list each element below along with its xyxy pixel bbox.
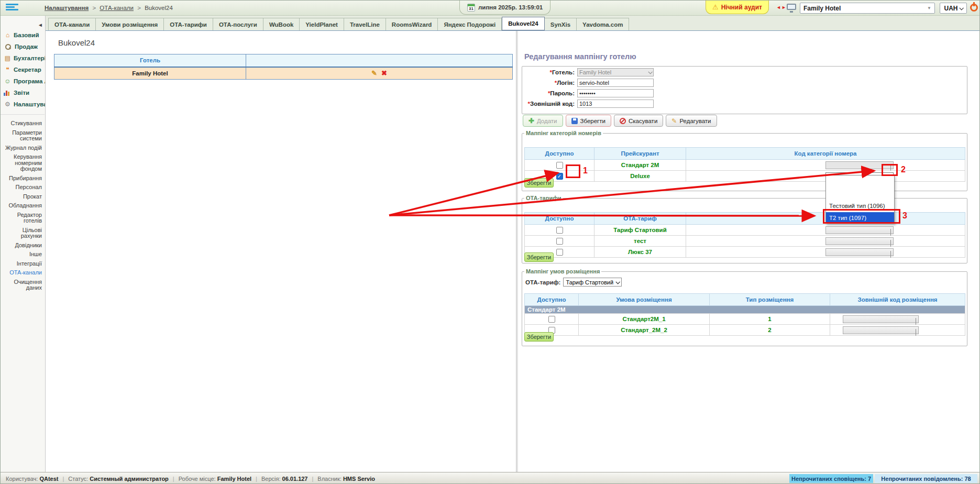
sidebar-item-accounting[interactable]: ▤ Бухгалтерія xyxy=(1,52,46,64)
collapse-sidebar-icon[interactable]: ◄ xyxy=(38,22,43,28)
sidebar-subitem-housekeeping[interactable]: Прибирання xyxy=(1,174,45,183)
sidebar-subitem-integrations[interactable]: Інтеграції xyxy=(1,259,45,269)
sidebar-subitem-data-cleanup[interactable]: Очищення даних xyxy=(1,278,45,293)
table-row[interactable]: Family Hotel ✎ ✖ xyxy=(54,67,513,80)
table-row: Тариф Стартовий xyxy=(525,225,965,236)
sidebar-subitem-ota-channels[interactable]: ОТА-канали xyxy=(1,268,45,278)
datetime-widget[interactable]: 31 липня 2025р. 13:59:01 xyxy=(459,1,550,15)
column-header-placement-type: Тип розміщення xyxy=(710,294,830,306)
sidebar-subitem-system-params[interactable]: Параметри системи xyxy=(1,128,45,144)
placement-code-select[interactable] xyxy=(843,315,919,323)
rate-code-select[interactable] xyxy=(825,226,894,234)
tab-yieldplanet[interactable]: YieldPlanet xyxy=(300,18,344,30)
tab-wubook[interactable]: WuBook xyxy=(263,18,300,30)
sidebar-subitem-rental[interactable]: Прокат xyxy=(1,192,45,202)
available-checkbox[interactable] xyxy=(548,316,555,323)
save-ota-rates-button[interactable]: Зберегти xyxy=(524,252,554,262)
available-checkbox[interactable] xyxy=(556,173,563,180)
sidebar-item-loyalty[interactable]: ☺ Програма ло xyxy=(1,75,46,87)
save-placement-button[interactable]: Зберегти xyxy=(524,332,554,342)
cancel-icon xyxy=(620,118,626,124)
available-checkbox[interactable] xyxy=(556,162,563,169)
hotel-selector[interactable]: Family Hotel ▼ xyxy=(800,3,935,14)
sidebar-subitem-docking[interactable]: Стикування xyxy=(1,119,45,128)
currency-selector[interactable]: UAH xyxy=(940,3,967,14)
datetime-text: липня 2025р. 13:59:01 xyxy=(478,4,543,10)
placement-type: 2 xyxy=(710,325,830,336)
unread-notifications-badge[interactable]: Непрочитаних сповіщень: 7 xyxy=(789,474,873,483)
chevron-down-icon xyxy=(916,318,916,325)
sidebar-subitem-target-accounts[interactable]: Цільові рахунки xyxy=(1,226,45,241)
breadcrumb-settings[interactable]: Налаштування xyxy=(45,5,89,11)
panel-toolbar: ✚Додати Зберегти Скасувати ✎Редагувати xyxy=(523,115,717,127)
tab-placement-terms[interactable]: Умови розміщення xyxy=(96,18,164,30)
rate-filter-select[interactable]: Тариф Стартовий xyxy=(563,278,622,287)
sidebar-subitem-hotel-editor[interactable]: Редактор готелів xyxy=(1,211,45,226)
save-button[interactable]: Зберегти xyxy=(566,115,611,127)
power-icon[interactable] xyxy=(970,4,978,12)
tab-bar: ОТА-канали Умови розміщення ОТА-тарифи О… xyxy=(46,16,979,30)
hotels-table-header: Готель xyxy=(54,54,246,67)
available-checkbox[interactable] xyxy=(556,249,563,256)
password-field[interactable]: •••••••• xyxy=(577,89,654,97)
unread-messages-badge[interactable]: Непрочитаних повідомлень: 78 xyxy=(875,474,977,483)
menu-icon[interactable] xyxy=(6,4,19,13)
night-audit-button[interactable]: ⚠ Нічний аудит xyxy=(706,1,769,14)
sidebar-subitem-equipment[interactable]: Обладнання xyxy=(1,201,45,211)
dropdown-option[interactable]: Тестовий тип (1096) xyxy=(826,200,894,212)
category-mapping-fieldset: Маппінг категорій номерів Доступно Прейс… xyxy=(522,130,967,191)
login-field[interactable]: servio-hotel xyxy=(577,79,654,87)
tab-travelline[interactable]: TravelLine xyxy=(344,18,386,30)
sidebar-subitem-directories[interactable]: Довідники xyxy=(1,241,45,250)
hotel-field-select[interactable]: Family Hotel xyxy=(577,68,654,76)
sidebar-item-secretary[interactable]: ❝ Секретар xyxy=(1,64,46,75)
sidebar-subitem-staff[interactable]: Персонал xyxy=(1,183,45,192)
placement-code-select[interactable] xyxy=(843,326,919,334)
tab-ota-channels[interactable]: ОТА-канали xyxy=(48,18,96,30)
sidebar-item-reports[interactable]: Звіти xyxy=(1,87,46,98)
sidebar-item-basic[interactable]: ⌂ Базовий xyxy=(1,29,46,41)
sidebar-subitem-event-log[interactable]: Журнал подій xyxy=(1,144,45,153)
hotel-name-cell[interactable]: Family Hotel xyxy=(54,67,246,80)
external-code-field[interactable]: 1013 xyxy=(577,100,654,108)
tab-synxis[interactable]: SynXis xyxy=(545,18,577,30)
tab-yavdoma[interactable]: Yavdoma.com xyxy=(577,18,629,30)
tab-yandex-travel[interactable]: Яндекс Подорожі xyxy=(438,18,502,30)
dropdown-option-highlighted[interactable]: Т2 тип (1097) xyxy=(826,212,894,223)
sidebar-subitem-room-fund[interactable]: Керування номерним фондом xyxy=(1,152,45,174)
ota-rate-name: тест xyxy=(594,236,686,247)
available-checkbox[interactable] xyxy=(556,227,563,234)
add-button[interactable]: ✚Додати xyxy=(523,115,563,127)
rate-code-select[interactable] xyxy=(825,248,894,256)
rate-code-select[interactable] xyxy=(825,237,894,245)
swap-arrows-icon[interactable]: ◄► xyxy=(776,5,787,10)
edit-button[interactable]: ✎Редагувати xyxy=(666,115,717,127)
sidebar-item-settings[interactable]: ⚙ Налаштуван xyxy=(1,98,46,110)
breadcrumb-ota-channels[interactable]: ОТА-канали xyxy=(100,5,134,11)
warning-icon: ⚠ xyxy=(712,3,719,11)
column-header-pricelist: Прейскурант xyxy=(594,148,686,160)
table-row: Стандарт_2М_2 2 xyxy=(525,325,965,336)
panel-splitter[interactable] xyxy=(516,31,518,472)
save-categories-button[interactable]: Зберегти xyxy=(524,178,554,188)
edit-icon[interactable]: ✎ xyxy=(371,69,377,77)
tab-ota-rates[interactable]: ОТА-тарифи xyxy=(164,18,213,30)
group-row-label: Стандарт 2М xyxy=(525,306,965,314)
breadcrumb-current: Bukovel24 xyxy=(145,5,173,11)
available-checkbox[interactable] xyxy=(556,238,563,245)
room-code-select[interactable] xyxy=(825,161,894,169)
dropdown-option-empty[interactable] xyxy=(826,175,894,200)
chevron-down-icon xyxy=(890,240,891,247)
sidebar-item-sales[interactable]: Продаж xyxy=(1,41,46,52)
cancel-button[interactable]: Скасувати xyxy=(614,115,663,127)
app-window: Налаштування > ОТА-канали > Bukovel24 31… xyxy=(0,0,980,484)
sidebar-subitem-other[interactable]: Інше xyxy=(1,250,45,259)
tab-bukovel24[interactable]: Bukovel24 xyxy=(502,17,545,30)
delete-icon[interactable]: ✖ xyxy=(381,69,387,77)
ota-rates-legend: ОТА-тарифи xyxy=(524,195,563,201)
rate-filter-label: ОТА-тариф: xyxy=(525,279,560,285)
column-header-available: Доступно xyxy=(525,213,594,225)
tab-ota-services[interactable]: ОТА-послуги xyxy=(213,18,263,30)
chevron-down-icon xyxy=(916,329,916,336)
tab-roomswizard[interactable]: RoomsWizard xyxy=(386,18,438,30)
